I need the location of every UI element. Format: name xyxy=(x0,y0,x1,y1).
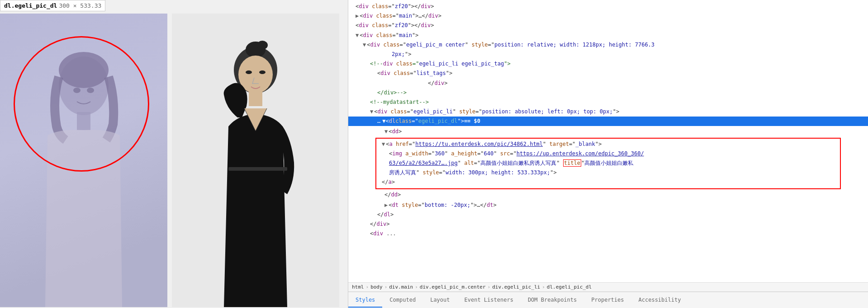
highlighted-dl-line: … ▼<dl class="egeli_pic_dl"> == $0 xyxy=(348,117,868,126)
html-line: <!--div class="egeli_pic_li egeli_pic_ta… xyxy=(348,59,868,69)
tab-properties[interactable]: Properties xyxy=(584,293,631,308)
tab-accessibility[interactable]: Accessibility xyxy=(631,293,688,308)
svg-point-9 xyxy=(246,70,252,74)
html-line: <img a_width="360" a_height="640" src="h… xyxy=(378,149,838,159)
tooltip-element-name: dl.egeli_pic_dl xyxy=(4,2,57,9)
svg-point-10 xyxy=(259,70,266,74)
tab-layout[interactable]: Layout xyxy=(423,293,457,308)
tab-dom-breakpoints[interactable]: DOM Breakpoints xyxy=(521,293,584,308)
html-line: ▼<dd> xyxy=(348,127,868,136)
tab-event-listeners[interactable]: Event Listeners xyxy=(457,293,521,308)
breadcrumb-divli[interactable]: div.egeli_pic_li xyxy=(492,284,540,290)
right-silhouette xyxy=(204,36,308,307)
tooltip-dimensions: 300 × 533.33 xyxy=(59,2,101,9)
html-line: </dd> xyxy=(348,190,868,200)
breadcrumb-dl[interactable]: dl.egeli_pic_dl xyxy=(547,284,592,290)
svg-rect-12 xyxy=(228,167,287,171)
html-line: ▶<div class="main">…</div> xyxy=(348,11,868,21)
html-line: 2px;"> xyxy=(348,50,868,59)
html-line: 63/e5/a2/63e5a27….jpg" alt="高颜值小姐姐白嫩私房诱人… xyxy=(378,159,838,168)
devtools-bottom-tabs: Styles Computed Layout Event Listeners D… xyxy=(348,292,868,308)
svg-rect-11 xyxy=(249,90,262,106)
html-line: ▼<div class="main"> xyxy=(348,31,868,40)
red-box: ▼<a href="https://tu.enterdesk.com/pic/3… xyxy=(375,138,841,189)
left-image xyxy=(0,14,167,307)
html-line: ▼<div class="egeli_pic_li" style="positi… xyxy=(348,107,868,117)
html-line: </div> xyxy=(348,79,868,88)
tab-computed[interactable]: Computed xyxy=(382,293,423,308)
html-line: </div> xyxy=(348,219,868,229)
breadcrumb-bar: html › body › div.main › div.egeli_pic_m… xyxy=(348,282,868,292)
red-circle-highlight xyxy=(14,36,149,172)
breadcrumb-divegeli[interactable]: div.egeli_pic_m.center xyxy=(420,284,486,290)
html-line: <div class="zf20"></div> xyxy=(348,21,868,30)
html-line: ▼<div class="egeli_pic_m center" style="… xyxy=(348,40,868,50)
element-tooltip: dl.egeli_pic_dl300 × 533.33 xyxy=(0,0,105,11)
html-line: </a> xyxy=(378,177,838,187)
red-outlined-section: ▼<dd> ▼<a href="https://tu.enterdesk.com… xyxy=(348,127,868,199)
html-line: <div class="zf20"></div> xyxy=(348,2,868,11)
breadcrumb-divmain[interactable]: div.main xyxy=(389,284,413,290)
html-line: <!--mydatastart--> xyxy=(348,98,868,107)
image-preview-panel: dl.egeli_pic_dl300 × 533.33 xyxy=(0,0,348,308)
html-line: ▶<dt style="bottom: -20px;">…</dt> xyxy=(348,201,868,210)
tab-styles[interactable]: Styles xyxy=(348,293,382,308)
html-line: 房诱人写真" style="width: 300px; height: 533.… xyxy=(378,168,838,177)
devtools-panel: <div class="zf20"></div> ▶<div class="ma… xyxy=(348,0,868,308)
html-line: </div>--> xyxy=(348,88,868,98)
html-line: <div class="list_tags"> xyxy=(348,69,868,78)
svg-point-7 xyxy=(257,41,268,50)
breadcrumb-html[interactable]: html xyxy=(352,284,364,290)
breadcrumb-body[interactable]: body xyxy=(370,284,383,290)
html-line: </dl> xyxy=(348,210,868,219)
right-image xyxy=(172,14,339,307)
html-tree[interactable]: <div class="zf20"></div> ▶<div class="ma… xyxy=(348,0,868,282)
html-line: ▼<a href="https://tu.enterdesk.com/pic/3… xyxy=(378,140,838,149)
html-line: <div ... xyxy=(348,229,868,238)
